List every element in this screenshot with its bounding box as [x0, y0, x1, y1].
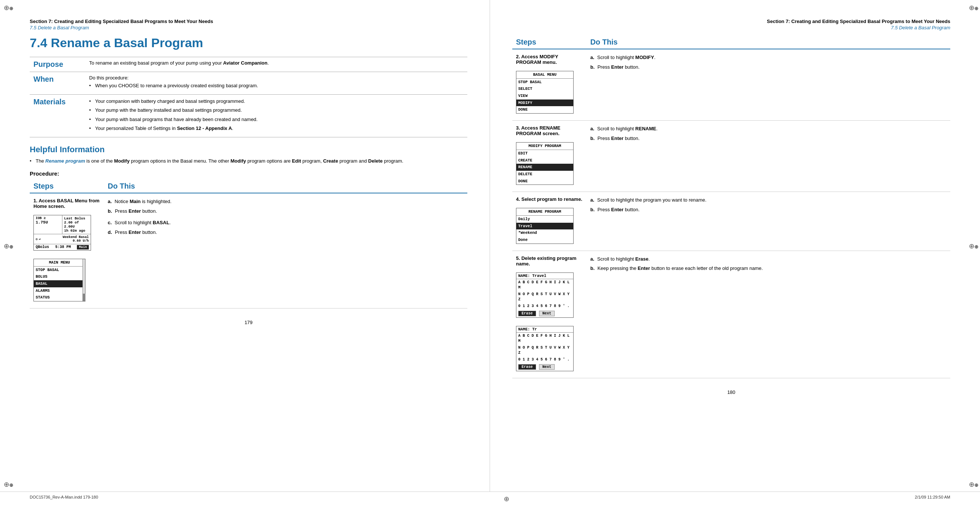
rename-program-device: RENAME PROGRAM Daily Travel *Weekend Don… [516, 208, 574, 244]
left-section-subheader: 7.5 Delete a Basal Program [30, 25, 467, 30]
modify-program-device: MODIFY PROGRAM EDIT CREATE RENAME DELETE… [516, 142, 574, 185]
when-content: Do this procedure: When you CHOOSE to re… [86, 72, 467, 95]
step2-text: Access MODIFY PROGRAM menu. [516, 54, 558, 65]
when-bullet-1: When you CHOOSE to rename a previously c… [89, 82, 464, 89]
right-page-number: 180 [512, 389, 950, 395]
name-screen-2: NAME: Tr A B C D E F G H I J K L M N O P… [516, 326, 574, 371]
step1-text: Access BASAL Menu from Home screen. [33, 198, 100, 209]
purpose-row: Purpose To rename an existing basal prog… [30, 57, 467, 72]
left-step1-row: 1. Access BASAL Menu from Home screen. I… [30, 193, 467, 308]
last-bolus-value: 2.00 of 2.00U [64, 220, 89, 229]
footer-right: 2/1/09 11:29:50 AM [915, 495, 950, 503]
step5b: b. Keep pressing the Enter button to era… [590, 265, 947, 272]
crosshair-top-right: ⊕ [969, 4, 976, 11]
right-step3-do-this: a. Scroll to highlight RENAME. b. Press … [587, 121, 950, 192]
basal-done: DONE [516, 106, 573, 113]
erase-btn-2[interactable]: Erase [518, 364, 536, 370]
right-step2-row: 2. Access MODIFY PROGRAM menu. BASAL MEN… [512, 49, 950, 121]
step4-substeps: a. Scroll to highlight the program you w… [590, 197, 947, 213]
footer-left: DOC15736_Rev-A-Man.indd 179-180 [30, 495, 98, 503]
char-grid-2-row2: N O P Q R S T U V W X Y Z [516, 344, 573, 356]
right-step5-row: 5. Delete existing program name. NAME: T… [512, 251, 950, 378]
rename-title: RENAME PROGRAM [516, 208, 573, 216]
crosshair-center-right: ⊕ [969, 242, 976, 249]
step1-number: 1. [33, 198, 38, 203]
main-menu-basal: BASAL [34, 280, 85, 287]
purpose-label: Purpose [30, 57, 86, 72]
right-step2-do-this: a. Scroll to highlight MODIFY. b. Press … [587, 49, 950, 121]
step1c: c. Scroll to highlight BASAL. [108, 219, 464, 227]
mat-bullet-2: Your pump with the battery installed and… [89, 106, 464, 114]
when-label: When [30, 72, 86, 95]
right-steps-col2: Do This [587, 36, 950, 49]
left-page-number: 179 [30, 320, 467, 325]
step2-number: 2. [516, 54, 520, 59]
mat-bullet-3: Your pump with basal programs that have … [89, 116, 464, 123]
step5-number: 5. [516, 255, 520, 261]
name-label-1: NAME: Travel [516, 273, 573, 279]
page-footer: DOC15736_Rev-A-Man.indd 179-180 ⊕ 2/1/09… [0, 492, 980, 506]
modify-title: MODIFY PROGRAM [516, 143, 573, 150]
helpful-content: The Rename program is one of the Modify … [30, 157, 467, 165]
left-steps-col1: Steps [30, 180, 104, 193]
step2b: b. Press Enter button. [590, 63, 947, 71]
time-display: 5:38 PM [55, 245, 71, 249]
basal-stop: STOP BASAL [516, 79, 573, 86]
main-menu-stop-basal: STOP BASAL [34, 266, 85, 274]
when-row: When Do this procedure: When you CHOOSE … [30, 72, 467, 95]
right-step2-label: 2. Access MODIFY PROGRAM menu. BASAL MEN… [512, 49, 587, 121]
main-highlight: Main [77, 245, 89, 249]
right-section-subheader: 7.5 Delete a Basal Program [512, 25, 950, 30]
basal-menu-device: BASAL MENU STOP BASAL SELECT VIEW MODIFY… [516, 71, 574, 114]
step5a: a. Scroll to highlight Erase. [590, 255, 947, 263]
step4b: b. Press Enter button. [590, 206, 947, 214]
step4-number: 4. [516, 197, 520, 202]
when-bullets: When you CHOOSE to rename a previously c… [89, 82, 464, 89]
iob-value: 1.75U [36, 220, 60, 225]
basal-modify: MODIFY [516, 100, 573, 106]
step1-substeps: a. Notice Main is highlighted. b. Press … [108, 198, 464, 236]
home-screen-device: IOB ≥ 1.75U Last Bolus 2.00 of 2.00U 1h … [33, 215, 91, 251]
name-screen-1: NAME: Travel A B C D E F G H I J K L M N… [516, 273, 574, 318]
step2-substeps: a. Scroll to highlight MODIFY. b. Press … [590, 54, 947, 71]
modify-edit: EDIT [516, 150, 573, 157]
char-grid-1-row1: A B C D E F G H I J K L M [516, 279, 573, 291]
step1d: d. Press Enter button. [108, 229, 464, 236]
purpose-content: To rename an existing basal program of y… [86, 57, 467, 72]
rename-daily: Daily [516, 216, 573, 223]
crosshair-center-left: ⊕ [4, 242, 11, 249]
materials-bullets: Your companion with battery charged and … [89, 98, 464, 132]
left-page: ⊕ ⊕ ⊕ Section 7: Creating and Editing Sp… [0, 0, 490, 492]
mat-bullet-1: Your companion with battery charged and … [89, 98, 464, 105]
weekend-basal: Weekend Basal 0.60 U/h [63, 235, 89, 243]
right-step4-do-this: a. Scroll to highlight the program you w… [587, 192, 950, 251]
next-btn-1[interactable]: Next [539, 311, 555, 316]
right-step5-label: 5. Delete existing program name. NAME: T… [512, 251, 587, 378]
name-label-2: NAME: Tr [516, 326, 573, 332]
basal-select: SELECT [516, 86, 573, 92]
helpful-title: Helpful Information [30, 145, 467, 154]
modify-rename: RENAME [516, 164, 573, 171]
step2a: a. Scroll to highlight MODIFY. [590, 54, 947, 61]
step1b: b. Press Enter button. [108, 208, 464, 215]
step3a: a. Scroll to highlight RENAME. [590, 125, 947, 133]
step3-substeps: a. Scroll to highlight RENAME. b. Press … [590, 125, 947, 142]
info-table: Purpose To rename an existing basal prog… [30, 57, 467, 137]
next-btn-2[interactable]: Next [539, 364, 555, 370]
right-step3-label: 3. Access RENAME PROGRAM screen. MODIFY … [512, 121, 587, 192]
erase-btn-1[interactable]: Erase [518, 311, 536, 316]
mat-bullet-4: Your personalized Table of Settings in S… [89, 125, 464, 132]
step4a: a. Scroll to highlight the program you w… [590, 197, 947, 204]
right-steps-col1: Steps [512, 36, 587, 49]
char-grid-2-row3: 0 1 2 3 4 5 6 7 8 9 ' . [516, 356, 573, 363]
crosshair-bottom-center: ⊕ [504, 495, 509, 503]
main-menu-title: MAIN MENU [34, 259, 85, 266]
modify-create: CREATE [516, 157, 573, 164]
right-page: ⊕ ⊕ ⊕ Section 7: Creating and Editing Sp… [490, 0, 980, 492]
step5-text: Delete existing program name. [516, 255, 577, 266]
last-bolus-label: Last Bolus [64, 216, 89, 220]
modify-done: DONE [516, 178, 573, 185]
char-grid-1-row3: 0 1 2 3 4 5 6 7 8 9 ' . [516, 303, 573, 309]
modify-delete: DELETE [516, 171, 573, 178]
step1a: a. Notice Main is highlighted. [108, 198, 464, 205]
